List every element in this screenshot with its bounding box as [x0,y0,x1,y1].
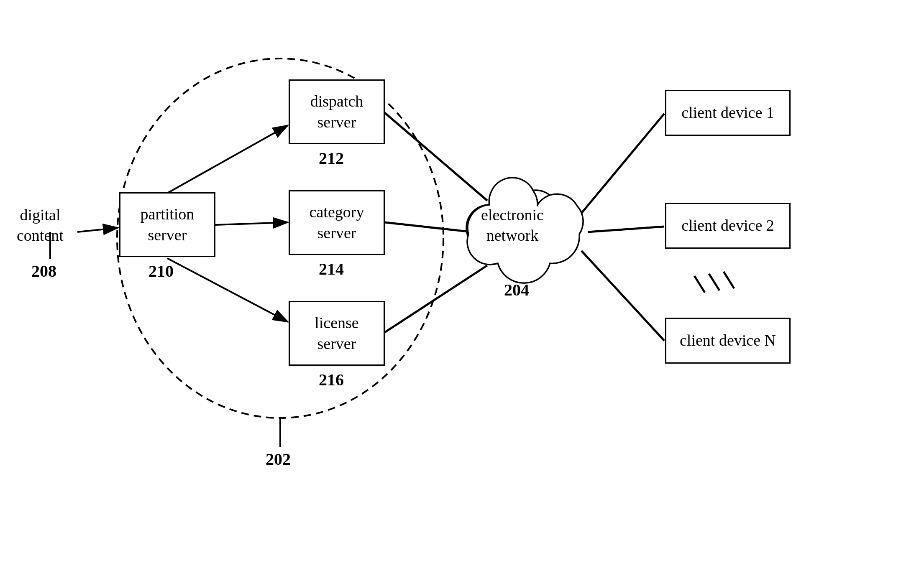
svg-line-5 [215,222,288,225]
category-server-number: 214 [319,259,344,279]
license-server-number: 216 [319,370,344,390]
license-server-box: licenseserver [289,301,385,366]
svg-line-3 [77,228,118,232]
electronic-network-label: electronicnetwork [466,205,558,246]
svg-line-7 [385,113,487,201]
dispatch-server-box: dispatchserver [289,79,385,144]
client-device-n-box: client device N [665,318,791,364]
client-device-1-box: client device 1 [665,90,791,136]
ellipse-number: 202 [266,449,291,469]
svg-line-8 [385,222,472,232]
partition-server-number: 210 [148,261,174,281]
svg-line-24 [694,276,705,293]
svg-line-10 [581,114,664,213]
category-server-box: categoryserver [289,190,385,255]
diagram: digitalcontent 208 partitionserver 210 d… [0,0,924,563]
client-device-2-box: client device 2 [665,203,791,249]
diagram-svg [0,0,924,563]
svg-line-11 [588,227,664,232]
svg-line-25 [709,274,719,290]
svg-line-12 [581,251,664,341]
svg-line-26 [724,272,734,288]
partition-server-box: partitionserver [119,192,215,257]
svg-line-4 [167,125,288,193]
electronic-network-number: 204 [504,280,529,300]
svg-line-6 [167,258,288,322]
digital-content-number: 208 [31,261,56,281]
svg-line-9 [385,265,487,332]
digital-content-label: digitalcontent [17,205,64,246]
dispatch-server-number: 212 [319,148,344,168]
